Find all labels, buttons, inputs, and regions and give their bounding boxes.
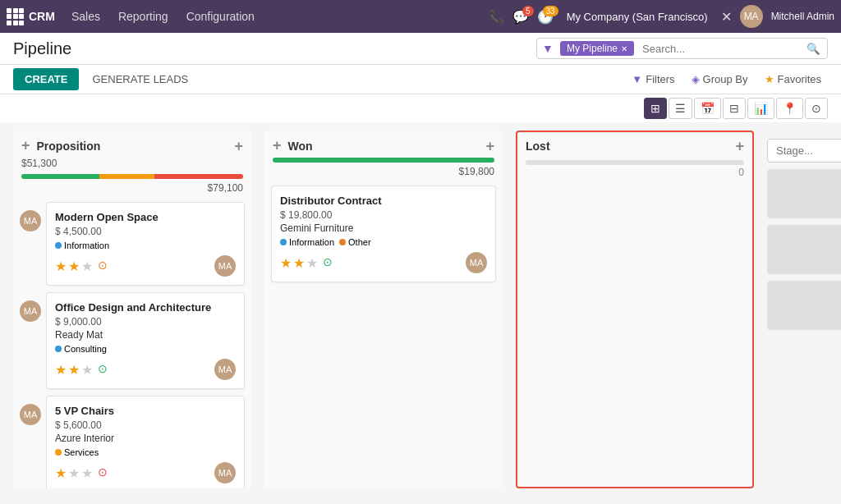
- filters-button[interactable]: ▼ Filters: [625, 70, 681, 89]
- col-amount-won: $19,800: [264, 166, 503, 182]
- kanban-col-proposition: + Proposition + $51,300 $79,100 MA M: [13, 131, 251, 488]
- card-company-2: Ready Mat: [55, 329, 236, 341]
- col-add-right-proposition[interactable]: +: [234, 139, 243, 153]
- create-button[interactable]: CREATE: [13, 68, 79, 90]
- menu-reporting[interactable]: Reporting: [110, 7, 177, 26]
- toolbar: CREATE GENERATE LEADS ▼ Filters ◈ Group …: [0, 65, 841, 94]
- favorites-button[interactable]: ★ Favorites: [758, 70, 828, 89]
- card-office-design[interactable]: Office Design and Architecture $ 9,000.0…: [46, 292, 245, 389]
- calendar-view-button[interactable]: 📅: [694, 98, 721, 119]
- col-header-won: + Won +: [264, 131, 503, 158]
- star-3-3[interactable]: ★: [81, 465, 93, 481]
- star-2-3[interactable]: ★: [81, 362, 93, 378]
- card-distributor-contract[interactable]: Distributor Contract $ 19,800.00 Gemini …: [271, 186, 496, 282]
- activity-icon[interactable]: 🕐 33: [537, 9, 554, 25]
- star-w1-1[interactable]: ★: [280, 255, 292, 271]
- kanban-col-lost: Lost + 0: [516, 131, 754, 488]
- search-button[interactable]: 🔍: [800, 39, 827, 58]
- star-3-2[interactable]: ★: [68, 465, 80, 481]
- app-name: CRM: [29, 10, 55, 23]
- tag-dot-1: [55, 242, 62, 249]
- tag-label-won-1: Information: [289, 237, 334, 247]
- tag-dot-won-2: [339, 239, 346, 245]
- company-name[interactable]: My Company (San Francisco): [567, 11, 708, 23]
- card-company-won-1: Gemini Furniture: [280, 222, 487, 234]
- settings-icon[interactable]: ✕: [721, 9, 732, 25]
- groupby-label: Group By: [703, 73, 748, 85]
- star-icon: ★: [765, 73, 774, 85]
- col-add-lost[interactable]: +: [735, 139, 744, 153]
- groupby-button[interactable]: ◈ Group By: [685, 70, 755, 89]
- star-1-3[interactable]: ★: [81, 259, 93, 274]
- activity-view-button[interactable]: ⊙: [805, 98, 828, 119]
- star-w1-3[interactable]: ★: [306, 255, 318, 271]
- left-avatar-3: MA: [20, 396, 43, 488]
- card-amount-2: $ 9,000.00: [55, 316, 236, 328]
- search-input[interactable]: [636, 39, 800, 58]
- card-tags-3: Services: [55, 447, 236, 457]
- star-1-2[interactable]: ★: [68, 259, 80, 274]
- user-name: Mitchell Admin: [771, 11, 834, 22]
- card-title-1: Modern Open Space: [55, 211, 236, 223]
- star-w1-2[interactable]: ★: [293, 255, 305, 271]
- card-row-2: MA Office Design and Architecture $ 9,00…: [20, 292, 245, 396]
- tag-label-2: Consulting: [64, 344, 107, 354]
- tag-dot-2: [55, 346, 62, 352]
- card-title-2: Office Design and Architecture: [55, 301, 236, 314]
- star-1-1[interactable]: ★: [55, 259, 67, 274]
- stage-placeholder-2: [767, 225, 841, 274]
- filter-tag-close[interactable]: ✕: [621, 44, 627, 53]
- tag-label-3: Services: [64, 447, 99, 457]
- card-title-won-1: Distributor Contract: [280, 195, 487, 207]
- card-modern-open-space[interactable]: Modern Open Space $ 4,500.00 Information…: [46, 202, 245, 286]
- user-avatar[interactable]: MA: [740, 5, 763, 28]
- stage-input[interactable]: [767, 139, 841, 163]
- star-2-2[interactable]: ★: [68, 362, 80, 378]
- list-view-button[interactable]: ☰: [669, 98, 692, 119]
- favorites-label: Favorites: [778, 73, 821, 85]
- phone-icon[interactable]: 📞: [488, 9, 504, 25]
- activity-count: 33: [543, 6, 558, 16]
- menu-sales[interactable]: Sales: [63, 7, 108, 26]
- app-logo[interactable]: CRM: [7, 8, 55, 25]
- card-row-3: MA 5 VP Chairs $ 5,600.00 Azure Interior…: [20, 396, 245, 488]
- stars-3: ★ ★ ★ ⊙: [55, 465, 108, 481]
- menu-configuration[interactable]: Configuration: [178, 7, 263, 26]
- card-amount-won-1: $ 19,800.00: [280, 209, 487, 221]
- chart-view-button[interactable]: 📊: [747, 98, 774, 119]
- kanban-view-button[interactable]: ⊞: [644, 98, 667, 119]
- grid-view-button[interactable]: ⊟: [723, 98, 746, 119]
- clock-1: ⊙: [98, 259, 108, 274]
- chat-icon[interactable]: 💬 5: [512, 9, 529, 25]
- progress-bar-proposition: [13, 174, 251, 182]
- filter-tag-mypipeline[interactable]: My Pipeline ✕: [560, 41, 634, 56]
- stars-won-1: ★ ★ ★ ⊙: [280, 255, 333, 271]
- avatar-left-2: MA: [20, 300, 41, 322]
- card-footer-won-1: ★ ★ ★ ⊙ MA: [280, 252, 487, 273]
- col-add-left-won[interactable]: +: [273, 137, 282, 154]
- avatar-right-3: MA: [214, 462, 236, 483]
- left-avatar-2: MA: [20, 292, 43, 396]
- card-row-won-1: Distributor Contract $ 19,800.00 Gemini …: [271, 186, 496, 289]
- lost-count: 0: [517, 165, 752, 183]
- kanban-board: + Proposition + $51,300 $79,100 MA M: [0, 122, 841, 497]
- tag-label-won-2: Other: [348, 237, 371, 247]
- card-5vp-chairs[interactable]: 5 VP Chairs $ 5,600.00 Azure Interior Se…: [46, 396, 245, 488]
- col-add-right-won[interactable]: +: [485, 139, 494, 153]
- groupby-icon: ◈: [692, 73, 700, 85]
- generate-leads-button[interactable]: GENERATE LEADS: [89, 68, 191, 90]
- avatar-left-3: MA: [20, 404, 41, 425]
- card-footer-2: ★ ★ ★ ⊙ MA: [55, 359, 236, 380]
- map-view-button[interactable]: 📍: [776, 98, 803, 119]
- stars-2: ★ ★ ★ ⊙: [55, 362, 108, 378]
- kanban-cards-proposition: MA Modern Open Space $ 4,500.00 Informat…: [13, 199, 251, 488]
- col-add-left-proposition[interactable]: +: [21, 137, 30, 154]
- filter-tag-label: My Pipeline: [567, 43, 618, 54]
- star-3-1[interactable]: ★: [55, 465, 67, 481]
- topnav-menu: Sales Reporting Configuration: [63, 7, 488, 26]
- col-title-proposition: Proposition: [37, 140, 101, 153]
- star-2-1[interactable]: ★: [55, 362, 67, 378]
- tag-dot-3: [55, 449, 62, 456]
- stars-1: ★ ★ ★ ⊙: [55, 259, 108, 274]
- card-amount-1: $ 4,500.00: [55, 226, 236, 237]
